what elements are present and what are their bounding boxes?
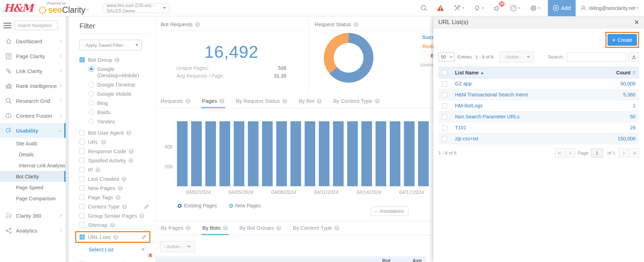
tools-icon[interactable] [454, 5, 464, 12]
radio-bing[interactable]: Bing [89, 100, 149, 106]
checkbox[interactable] [79, 222, 85, 228]
radio-google-desktop-mobile[interactable]: Google (Desktop+Mobile) [89, 66, 148, 79]
help-icon[interactable]: ? [510, 5, 521, 12]
radio-button[interactable] [89, 66, 94, 72]
table-row[interactable]: HM-BotLogs1 [438, 100, 639, 111]
filter-spoofed-activity[interactable]: Spoofed Activity [79, 157, 149, 163]
bot-group-checkbox[interactable] [79, 57, 85, 62]
radio-google-desktop[interactable]: Google Desktop [89, 82, 149, 88]
tab-by-request-status[interactable]: By Request Status [235, 94, 288, 108]
filter-last-crawled[interactable]: Last Crawled [79, 176, 149, 182]
column-bot-requests[interactable]: BotRequests [359, 258, 390, 262]
tab-by-content-type-2[interactable]: By Content Type [292, 221, 340, 235]
tab-by-content-type[interactable]: By Content Type [332, 94, 381, 108]
help-icon[interactable] [115, 57, 120, 62]
tab-by-bot[interactable]: By Bot [298, 94, 322, 108]
table-row[interactable]: T10128 [438, 122, 639, 133]
tab-by-pages[interactable]: By Pages [160, 221, 191, 235]
select-list-dropdown[interactable]: Select List [89, 246, 145, 252]
radio-button[interactable] [89, 91, 94, 96]
radio-button[interactable] [89, 100, 94, 106]
filter-bot-group[interactable]: Bot Group [79, 57, 149, 63]
sidebar-subitem-page-speed[interactable]: Page Speed [0, 182, 66, 193]
sidebar-subitem-internal-link-analysis[interactable]: Internal Link Analysis [0, 160, 66, 171]
filter-bot-user-agent[interactable]: Bot User Agent [79, 130, 149, 136]
list-name-link[interactable]: GZ app [455, 81, 472, 87]
help-icon[interactable] [113, 235, 118, 240]
close-icon[interactable] [634, 20, 639, 24]
announcements-icon[interactable]: 10 [493, 5, 501, 12]
filter-url-lists[interactable]: URL Lists [79, 234, 146, 240]
row-checkbox[interactable] [442, 136, 447, 141]
checkbox[interactable] [79, 195, 85, 200]
filter-response-code[interactable]: Response Code [79, 148, 149, 154]
sidebar-item-clarity-360[interactable]: 360 Clarity 360 [0, 208, 66, 223]
checkbox[interactable] [79, 139, 85, 145]
last-page-button[interactable] [629, 149, 639, 157]
panel-search-input[interactable] [567, 52, 626, 62]
sidebar-item-page-clarity[interactable]: Page Clarity [0, 49, 66, 63]
saved-filter-select[interactable]: - Apply Saved Filter - [79, 40, 142, 50]
list-name-link[interactable]: zip csv+txt [455, 136, 478, 141]
page-size-select[interactable]: 50 [438, 52, 455, 62]
help-icon[interactable] [101, 140, 106, 145]
user-menu[interactable]: nkling@seoclarity.net [576, 0, 644, 16]
remove-list-x-icon[interactable] [148, 253, 152, 257]
lightbulb-icon[interactable] [473, 4, 484, 12]
filter-group-similar-pages[interactable]: Group Similar Pages [79, 213, 149, 219]
list-name-link[interactable]: T101 [455, 125, 466, 130]
radio-yandex[interactable]: Yandex [89, 118, 149, 125]
sidebar-item-usability[interactable]: Usability [0, 123, 66, 138]
row-checkbox[interactable] [442, 103, 447, 108]
filter-ip[interactable]: IP [79, 167, 149, 173]
radio-baidu[interactable]: Baidu [89, 109, 149, 116]
sidebar-item-analytics[interactable]: Analytics [0, 223, 66, 238]
help-icon[interactable] [195, 22, 200, 27]
search-icon[interactable] [421, 5, 427, 11]
column-list-name[interactable]: List Name▲ [455, 70, 483, 76]
hamburger-menu-icon[interactable] [4, 23, 11, 28]
settings-gear-icon[interactable] [530, 5, 540, 12]
checkbox[interactable] [79, 149, 85, 154]
url-lists-checkbox[interactable] [79, 234, 85, 240]
sidebar-search-input[interactable] [15, 21, 58, 30]
tab-requests[interactable]: Requests [160, 94, 191, 108]
radio-google-mobile[interactable]: Google Mobile [89, 91, 149, 97]
help-icon[interactable] [122, 177, 127, 182]
help-icon[interactable] [139, 213, 144, 218]
legend-new-pages[interactable]: New Pages [229, 203, 261, 208]
table-row[interactable]: Non Search Parameter URLs50 [438, 111, 639, 122]
help-icon[interactable] [110, 223, 115, 228]
create-button[interactable]: + Create [607, 34, 637, 46]
panel-action-dropdown[interactable]: - Action - [499, 51, 534, 62]
sidebar-subitem-details[interactable]: Details [0, 149, 66, 160]
sidebar-subitem-page-comparison[interactable]: Page Comparison [0, 193, 66, 204]
request-status-donut-chart[interactable] [324, 33, 373, 83]
tab-by-bots[interactable]: By Bots [201, 221, 229, 235]
edit-pencil-icon[interactable] [142, 235, 146, 239]
row-checkbox[interactable] [442, 92, 447, 97]
page-number-input[interactable] [591, 149, 603, 157]
filter-page-tags[interactable]: Page Tags [79, 194, 149, 200]
sidebar-subitem-site-audit[interactable]: Site Audit [0, 138, 66, 149]
help-icon[interactable] [126, 130, 131, 135]
download-button[interactable] [628, 52, 639, 62]
next-page-button[interactable] [619, 149, 628, 157]
row-checkbox[interactable] [442, 81, 447, 87]
action-dropdown[interactable]: - Action - [160, 241, 195, 252]
checkbox[interactable] [79, 204, 85, 209]
sidebar-item-rank-intelligence[interactable]: Rank Intelligence [0, 78, 66, 93]
row-checkbox[interactable] [442, 125, 447, 130]
alert-warning-icon[interactable] [437, 5, 444, 11]
edit-pencil-icon[interactable] [144, 204, 149, 209]
filter-new-pages[interactable]: New Pages [79, 185, 149, 191]
list-name-link[interactable]: HM-BotLogs [455, 103, 483, 108]
checkbox[interactable] [79, 213, 85, 218]
add-button[interactable]: Add [548, 0, 576, 16]
column-count[interactable]: Count [616, 70, 635, 76]
list-name-link[interactable]: H&M Transactional Search Intent [455, 92, 528, 97]
checkbox[interactable] [79, 158, 85, 163]
radio-button[interactable] [89, 82, 94, 87]
annotations-button[interactable]: Annotations [371, 206, 409, 216]
checkbox[interactable] [79, 130, 85, 135]
